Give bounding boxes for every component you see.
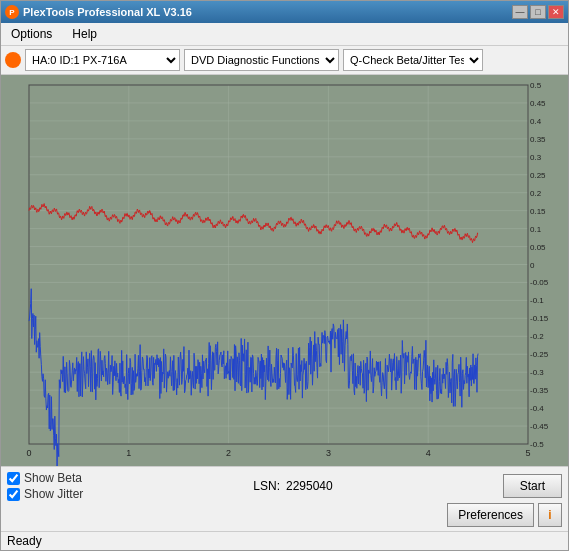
show-beta-label: Show Beta bbox=[24, 471, 82, 485]
lsn-label: LSN: bbox=[253, 479, 280, 493]
start-button[interactable]: Start bbox=[503, 474, 562, 498]
minimize-button[interactable]: — bbox=[512, 5, 528, 19]
show-jitter-checkbox[interactable] bbox=[7, 488, 20, 501]
function-select[interactable]: DVD Diagnostic Functions bbox=[184, 49, 339, 71]
preferences-button[interactable]: Preferences bbox=[447, 503, 534, 527]
menu-bar: Options Help bbox=[1, 23, 568, 46]
toolbar-icon bbox=[5, 52, 21, 68]
bottom-panel: Show Beta Show Jitter LSN: 2295040 Start… bbox=[1, 466, 568, 531]
show-beta-checkbox-row[interactable]: Show Beta bbox=[7, 471, 83, 485]
show-beta-checkbox[interactable] bbox=[7, 472, 20, 485]
test-select[interactable]: Q-Check Beta/Jitter Test bbox=[343, 49, 483, 71]
menu-options[interactable]: Options bbox=[5, 25, 58, 43]
lsn-value: 2295040 bbox=[286, 479, 333, 493]
maximize-button[interactable]: □ bbox=[530, 5, 546, 19]
menu-help[interactable]: Help bbox=[66, 25, 103, 43]
title-bar-left: P PlexTools Professional XL V3.16 bbox=[5, 5, 192, 19]
bottom-row2: Preferences i bbox=[7, 503, 562, 527]
toolbar: HA:0 ID:1 PX-716A DVD Diagnostic Functio… bbox=[1, 46, 568, 75]
check-options: Show Beta Show Jitter bbox=[7, 471, 83, 501]
title-bar: P PlexTools Professional XL V3.16 — □ ✕ bbox=[1, 1, 568, 23]
status-bar: Ready bbox=[1, 531, 568, 550]
app-icon: P bbox=[5, 5, 19, 19]
bottom-buttons: Preferences i bbox=[447, 503, 562, 527]
window-title: PlexTools Professional XL V3.16 bbox=[23, 6, 192, 18]
show-jitter-label: Show Jitter bbox=[24, 487, 83, 501]
info-button[interactable]: i bbox=[538, 503, 562, 527]
chart-area: High Low bbox=[1, 75, 568, 466]
device-select[interactable]: HA:0 ID:1 PX-716A bbox=[25, 49, 180, 71]
status-text: Ready bbox=[7, 534, 42, 548]
main-window: P PlexTools Professional XL V3.16 — □ ✕ … bbox=[0, 0, 569, 551]
bottom-row1: Show Beta Show Jitter LSN: 2295040 Start bbox=[7, 471, 562, 501]
title-controls: — □ ✕ bbox=[512, 5, 564, 19]
lsn-row: LSN: 2295040 bbox=[253, 479, 332, 493]
chart-canvas bbox=[1, 75, 568, 466]
close-button[interactable]: ✕ bbox=[548, 5, 564, 19]
show-jitter-checkbox-row[interactable]: Show Jitter bbox=[7, 487, 83, 501]
